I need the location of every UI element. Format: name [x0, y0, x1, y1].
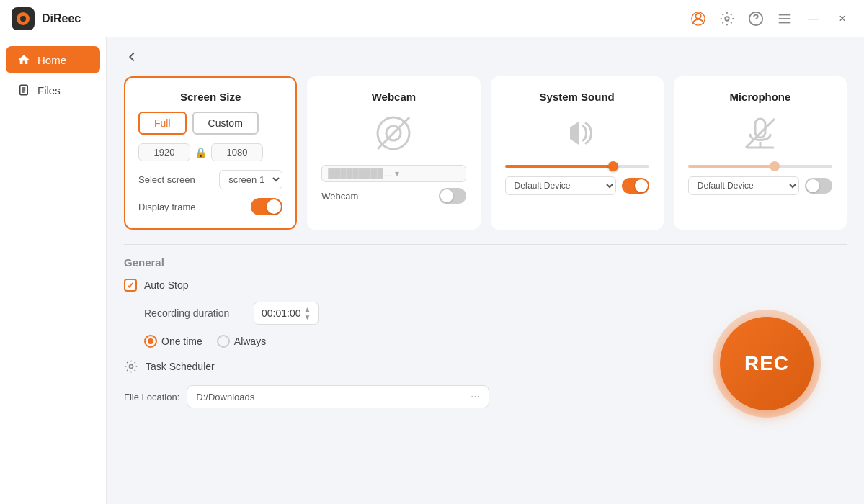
gear-icon	[124, 359, 138, 374]
webcam-card: Webcam ████████████████ ... ▾ Webcam	[307, 76, 480, 230]
menu-icon[interactable]	[775, 9, 795, 29]
duration-input[interactable]: 00:01:00 ▲ ▼	[254, 302, 319, 325]
cards-row: Screen Size Full Custom 🔒 Select screen …	[124, 76, 847, 230]
sidebar-item-home[interactable]: Home	[6, 46, 100, 73]
rec-label: REC	[744, 352, 789, 375]
sidebar-item-files[interactable]: Files	[6, 76, 100, 104]
help-icon[interactable]	[746, 9, 766, 29]
height-input[interactable]	[211, 143, 263, 161]
task-scheduler-label: Task Scheduler	[146, 361, 215, 372]
display-frame-label: Display frame	[138, 202, 195, 212]
system-sound-title: System Sound	[505, 91, 649, 103]
spinner-arrows[interactable]: ▲ ▼	[304, 305, 311, 321]
auto-stop-row: ✓ Auto Stop	[124, 279, 847, 292]
rec-button[interactable]: REC	[720, 317, 814, 410]
lock-icon: 🔒	[195, 147, 207, 158]
sound-icon-container	[505, 112, 649, 155]
microphone-icon-container	[688, 112, 832, 155]
back-button[interactable]	[124, 49, 847, 65]
auto-stop-checkbox[interactable]: ✓	[124, 279, 137, 292]
title-controls: — ×	[688, 9, 852, 29]
duration-value: 00:01:00	[262, 307, 301, 319]
radio-always-circle	[217, 335, 230, 348]
microphone-title: Microphone	[688, 91, 832, 103]
display-frame-toggle[interactable]	[251, 198, 282, 215]
auto-stop-label: Auto Stop	[144, 279, 189, 291]
mic-slider-fill	[688, 165, 775, 168]
webcam-selector-arrow: ▾	[395, 168, 459, 179]
screen-select[interactable]: screen 1	[219, 170, 282, 189]
full-size-button[interactable]: Full	[138, 112, 187, 135]
duration-label: Recording duration	[144, 307, 245, 319]
rec-button-outer: REC	[713, 310, 821, 418]
app-name: DiReec	[42, 12, 81, 25]
app-logo	[12, 7, 35, 30]
file-path-value: D:/Downloads	[196, 392, 254, 402]
radio-one-time-label: One time	[161, 336, 202, 347]
webcam-toggle[interactable]	[439, 188, 466, 204]
sidebar: Home Files	[0, 37, 107, 504]
webcam-label: Webcam	[321, 191, 358, 202]
microphone-toggle[interactable]	[805, 178, 832, 194]
settings-icon[interactable]	[717, 9, 737, 29]
radio-one-time-circle	[144, 335, 157, 348]
webcam-selector-text: ████████████████ ...	[328, 168, 392, 179]
width-input[interactable]	[138, 143, 190, 161]
system-sound-device-select[interactable]: Default Device	[505, 176, 616, 195]
file-more-button[interactable]: ···	[471, 390, 480, 403]
close-button[interactable]: ×	[832, 9, 852, 29]
app-branding: DiReec	[12, 7, 81, 30]
svg-point-18	[130, 365, 133, 369]
size-inputs: 🔒	[138, 143, 282, 161]
slider-thumb	[608, 161, 618, 171]
app-logo-icon	[17, 12, 30, 25]
select-screen-label: Select screen	[138, 174, 195, 185]
mic-slider-track	[688, 165, 832, 168]
select-screen-row: Select screen screen 1	[138, 170, 282, 189]
radio-one-time-dot	[148, 338, 153, 344]
mic-device-select-row: Default Device	[688, 176, 832, 195]
checkmark-icon: ✓	[127, 280, 135, 291]
slider-fill	[505, 165, 613, 168]
svg-point-0	[695, 13, 700, 18]
webcam-icon-container	[321, 112, 466, 155]
webcam-bottom: Webcam	[321, 188, 466, 204]
radio-always[interactable]: Always	[217, 335, 266, 348]
custom-size-button[interactable]: Custom	[192, 112, 259, 135]
sidebar-files-label: Files	[37, 84, 61, 96]
spinner-up[interactable]: ▲	[304, 305, 311, 313]
device-select-row: Default Device	[505, 176, 649, 195]
microphone-card: Microphone	[674, 76, 847, 230]
webcam-selector[interactable]: ████████████████ ... ▾	[321, 165, 466, 182]
system-sound-card: System Sound	[491, 76, 664, 230]
mic-slider-thumb	[770, 161, 780, 171]
slider-track	[505, 165, 649, 168]
screen-size-card: Screen Size Full Custom 🔒 Select screen …	[124, 76, 297, 230]
profile-icon[interactable]	[688, 9, 708, 29]
divider	[124, 244, 847, 245]
system-sound-toggle[interactable]	[622, 178, 649, 194]
minimize-button[interactable]: —	[803, 9, 824, 29]
title-bar: DiReec	[0, 0, 864, 37]
svg-point-2	[725, 17, 729, 21]
rec-button-container: REC	[713, 310, 821, 418]
microphone-slider[interactable]	[688, 165, 832, 168]
size-options: Full Custom	[138, 112, 282, 135]
file-path-display[interactable]: D:/Downloads ···	[187, 385, 489, 408]
microphone-device-select[interactable]: Default Device	[688, 176, 799, 195]
spinner-down[interactable]: ▼	[304, 313, 311, 321]
screen-size-title: Screen Size	[138, 91, 282, 103]
content-area: Screen Size Full Custom 🔒 Select screen …	[107, 37, 864, 504]
file-location-label: File Location:	[124, 392, 179, 402]
main-layout: Home Files Screen Size Full	[0, 37, 864, 504]
display-frame-row: Display frame	[138, 198, 282, 215]
sidebar-home-label: Home	[37, 54, 66, 66]
general-title: General	[124, 256, 847, 269]
radio-one-time[interactable]: One time	[144, 335, 202, 348]
webcam-title: Webcam	[321, 91, 466, 103]
system-sound-slider[interactable]	[505, 165, 649, 168]
radio-always-label: Always	[234, 336, 266, 347]
